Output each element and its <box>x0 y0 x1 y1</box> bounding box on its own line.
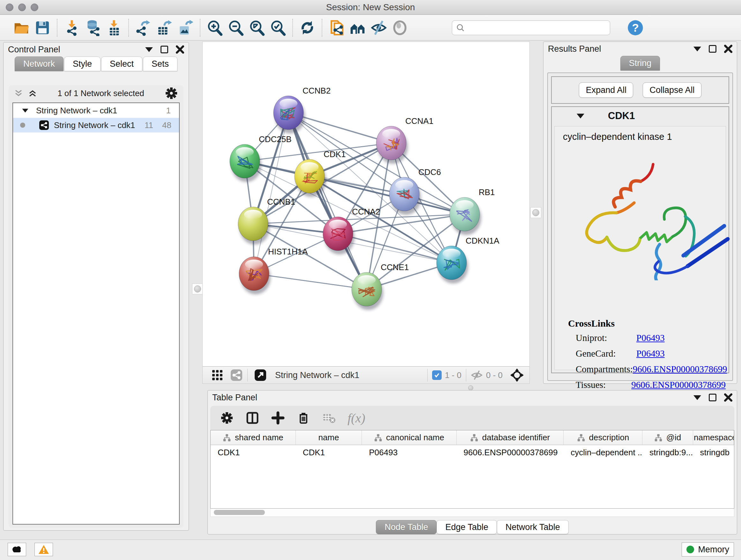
reset-view-crosshair-icon[interactable] <box>510 368 524 382</box>
zoom-out-button[interactable] <box>225 17 246 38</box>
warnings-button[interactable] <box>35 543 53 556</box>
table-cell[interactable]: stringdb <box>693 445 734 460</box>
table-row[interactable]: CDK1CDK1P064939606.ENSP00000378699cyclin… <box>211 445 734 460</box>
hide-panel-button[interactable] <box>368 17 389 38</box>
network-canvas[interactable]: CCNB2CCNA1CDC25BCDK1CDC6RB1CCNB1CCNA2CDK… <box>202 42 530 367</box>
column-header[interactable]: description <box>563 430 643 445</box>
network-node-ccna1[interactable]: CCNA1 <box>376 116 433 164</box>
memory-button[interactable]: Memory <box>682 543 734 557</box>
table-cell[interactable]: 9606.ENSP00000378699 <box>457 445 564 460</box>
scrollbar-thumb[interactable] <box>214 510 265 515</box>
tab-network[interactable]: Network <box>15 57 64 71</box>
node-table[interactable]: shared namenamecanonical namedatabase id… <box>210 430 734 509</box>
node-detail-header[interactable]: CDK1 <box>552 107 729 125</box>
clone-network-button[interactable] <box>326 17 347 38</box>
hidden-eye-slash-icon[interactable] <box>471 369 483 381</box>
network-node-cdc25b[interactable]: CDC25B <box>230 134 292 182</box>
add-column-icon[interactable] <box>271 411 285 425</box>
table-cell[interactable]: CDK1 <box>296 445 362 460</box>
cloud-status-button[interactable] <box>8 543 26 556</box>
right-splitter-handle[interactable] <box>530 207 541 218</box>
column-header[interactable]: canonical name <box>362 430 456 445</box>
column-header[interactable]: @id <box>643 430 693 445</box>
crosslink-link[interactable]: P06493 <box>636 333 665 343</box>
collapse-entry-icon[interactable] <box>577 114 584 118</box>
panel-menu-icon[interactable] <box>693 47 701 51</box>
select-columns-icon[interactable] <box>246 411 259 425</box>
close-panel-icon[interactable] <box>724 45 732 53</box>
crosslink-link[interactable]: 9606.ENSP00000378699 <box>633 364 727 374</box>
selected-nodes-checkbox[interactable] <box>432 370 442 380</box>
tree-expander-icon[interactable] <box>22 109 28 112</box>
gear-icon[interactable] <box>164 86 179 100</box>
open-session-button[interactable] <box>11 17 32 38</box>
zoom-selected-button[interactable] <box>267 17 288 38</box>
search-box[interactable] <box>452 20 610 35</box>
tab-edge-table[interactable]: Edge Table <box>436 520 497 534</box>
float-panel-icon[interactable] <box>709 45 717 53</box>
column-header[interactable]: shared name <box>211 430 296 445</box>
home-networks-button[interactable] <box>347 17 368 38</box>
tab-node-table[interactable]: Node Table <box>376 520 436 534</box>
table-cell[interactable]: cyclin–dependent ... <box>563 445 643 460</box>
export-network-button[interactable] <box>133 17 154 38</box>
export-image-button[interactable] <box>175 17 196 38</box>
close-panel-icon[interactable] <box>724 393 732 401</box>
tab-select[interactable]: Select <box>101 57 142 71</box>
toolbar-separator <box>200 19 200 37</box>
table-cell[interactable]: stringdb:9... <box>643 445 693 460</box>
network-node-rb1[interactable]: RB1 <box>450 187 495 235</box>
network-node-ccnb1[interactable]: CCNB1 <box>238 197 295 245</box>
network-node-hist1h1a[interactable]: HIST1H1A <box>239 247 308 294</box>
tab-network-table[interactable]: Network Table <box>497 520 569 534</box>
navigate-view-icon[interactable] <box>254 369 267 381</box>
help-button[interactable]: ? <box>625 17 646 38</box>
import-table-button[interactable] <box>104 17 125 38</box>
panel-menu-icon[interactable] <box>693 395 701 400</box>
tab-string[interactable]: String <box>620 56 660 71</box>
collapse-all-icon[interactable] <box>14 88 23 98</box>
network-collection-row[interactable]: String Network – cdk1 1 <box>13 103 179 118</box>
collapse-all-button[interactable]: Collapse All <box>643 82 701 98</box>
network-row[interactable]: String Network – cdk1 11 48 <box>13 118 179 132</box>
network-node-cdc6[interactable]: CDC6 <box>389 167 441 215</box>
tab-sets[interactable]: Sets <box>143 57 178 71</box>
zoom-in-button[interactable] <box>204 17 225 38</box>
left-splitter-handle[interactable] <box>192 284 203 294</box>
column-header[interactable]: name <box>296 430 362 445</box>
delete-column-icon[interactable] <box>296 411 311 425</box>
network-edge[interactable] <box>288 113 367 289</box>
function-builder-icon[interactable]: f(x) <box>347 411 365 426</box>
float-panel-icon[interactable] <box>160 46 168 53</box>
import-network-from-database-button[interactable] <box>82 17 104 38</box>
network-node-cdkn1a[interactable]: CDKN1A <box>436 236 499 284</box>
float-panel-icon[interactable] <box>709 394 717 401</box>
table-cell[interactable]: P06493 <box>362 445 456 460</box>
column-header[interactable]: namespace <box>693 430 734 445</box>
refresh-button[interactable] <box>297 17 318 38</box>
show-panel-button[interactable] <box>389 17 410 38</box>
network-edge[interactable] <box>254 273 367 289</box>
save-session-button[interactable] <box>32 17 53 38</box>
panel-menu-icon[interactable] <box>145 47 153 52</box>
export-table-button[interactable] <box>154 17 175 38</box>
table-horizontal-scrollbar[interactable] <box>210 509 734 517</box>
import-network-button[interactable] <box>61 17 82 38</box>
network-overview-icon[interactable] <box>230 369 243 381</box>
table-cell[interactable]: CDK1 <box>211 445 296 460</box>
zoom-fit-button[interactable] <box>246 17 267 38</box>
delete-table-icon[interactable] <box>322 411 336 425</box>
column-header[interactable]: database identifier <box>457 430 564 445</box>
search-input[interactable] <box>468 23 606 33</box>
expand-all-icon[interactable] <box>28 88 37 98</box>
tab-style[interactable]: Style <box>64 57 100 71</box>
network-node-ccnb2[interactable]: CCNB2 <box>273 86 331 133</box>
table-gear-icon[interactable] <box>220 411 234 425</box>
crosslink-link[interactable]: P06493 <box>636 348 665 359</box>
birds-eye-grid-icon[interactable] <box>211 369 224 381</box>
horizontal-splitter-handle[interactable] <box>468 385 473 390</box>
expand-all-button[interactable]: Expand All <box>579 82 633 98</box>
close-panel-icon[interactable] <box>176 45 184 54</box>
network-node-ccne1[interactable]: CCNE1 <box>352 262 409 310</box>
crosslink-link[interactable]: 9606.ENSP00000378699 <box>631 380 726 390</box>
